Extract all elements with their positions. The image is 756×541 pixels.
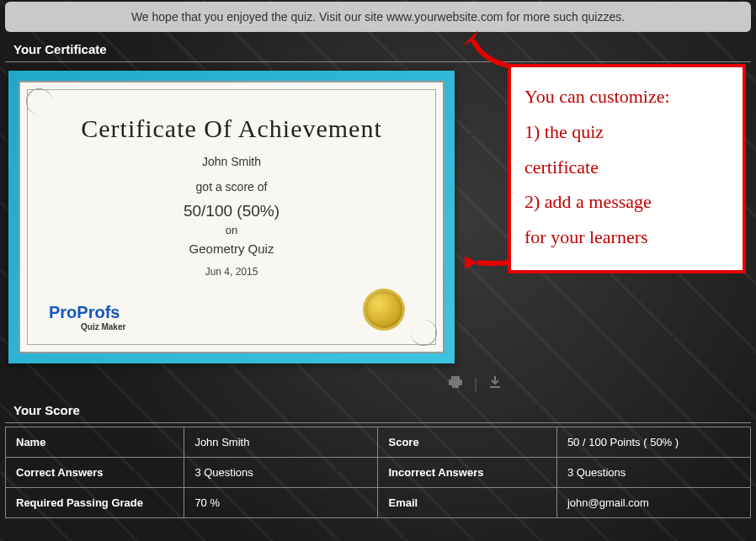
callout-line: certificate <box>524 150 729 185</box>
arrow-to-certificate-icon <box>458 246 517 279</box>
certificate-frame: Certificate Of Achievement John Smith go… <box>8 71 455 363</box>
score-label: Incorrect Answers <box>378 458 556 488</box>
certificate-recipient: John Smith <box>45 155 418 168</box>
svg-rect-5 <box>490 386 500 388</box>
svg-rect-2 <box>451 376 460 379</box>
svg-rect-4 <box>452 384 459 388</box>
score-value: John Smith <box>184 427 378 458</box>
completion-banner: We hope that you enjoyed the quiz. Visit… <box>5 2 751 32</box>
certificate-score: 50/100 (50%) <box>45 202 418 220</box>
certificate: Certificate Of Achievement John Smith go… <box>19 81 445 353</box>
score-table: Name John Smith Score 50 / 100 Points ( … <box>5 427 751 518</box>
gold-seal-icon <box>365 291 402 328</box>
certificate-toolbar: | <box>194 372 756 400</box>
print-button[interactable] <box>448 375 467 392</box>
score-value: 70 % <box>184 488 378 518</box>
logo-profs: Profs <box>77 303 120 321</box>
score-label: Email <box>378 488 556 518</box>
certificate-date: Jun 4, 2015 <box>45 266 418 278</box>
printer-icon <box>448 375 463 389</box>
score-value: john@gmail.com <box>556 488 750 518</box>
table-row: Correct Answers 3 Questions Incorrect An… <box>6 458 751 488</box>
certificate-on-label: on <box>45 224 418 236</box>
score-value: 50 / 100 Points ( 50% ) <box>556 427 750 458</box>
download-icon <box>488 375 502 389</box>
svg-marker-1 <box>465 256 476 269</box>
table-row: Required Passing Grade 70 % Email john@g… <box>6 488 751 518</box>
download-button[interactable] <box>488 375 502 392</box>
annotation-callout: You can customize: 1) the quiz certifica… <box>508 64 746 273</box>
score-label: Name <box>6 427 184 458</box>
arrow-to-banner-icon <box>458 29 517 69</box>
certificate-heading: Certificate Of Achievement <box>45 114 418 143</box>
proprofs-logo: ProProfs Quiz Maker <box>49 303 125 331</box>
logo-subtitle: Quiz Maker <box>81 322 125 331</box>
certificate-section-title: Your Certificate <box>5 39 751 62</box>
score-label: Required Passing Grade <box>6 488 184 518</box>
score-value: 3 Questions <box>184 458 378 488</box>
logo-pro: Pro <box>49 303 77 321</box>
table-row: Name John Smith Score 50 / 100 Points ( … <box>6 427 751 458</box>
callout-line: You can customize: <box>524 79 729 114</box>
score-label: Correct Answers <box>6 458 184 488</box>
callout-line: for your learners <box>524 220 729 255</box>
score-label: Score <box>378 427 556 458</box>
certificate-quiz-name: Geometry Quiz <box>45 241 418 256</box>
certificate-got-score-label: got a score of <box>45 180 418 194</box>
toolbar-divider: | <box>474 375 478 392</box>
score-value: 3 Questions <box>556 458 750 488</box>
score-section-title: Your Score <box>5 400 751 423</box>
callout-line: 2) add a message <box>524 184 729 220</box>
callout-line: 1) the quiz <box>524 114 729 150</box>
